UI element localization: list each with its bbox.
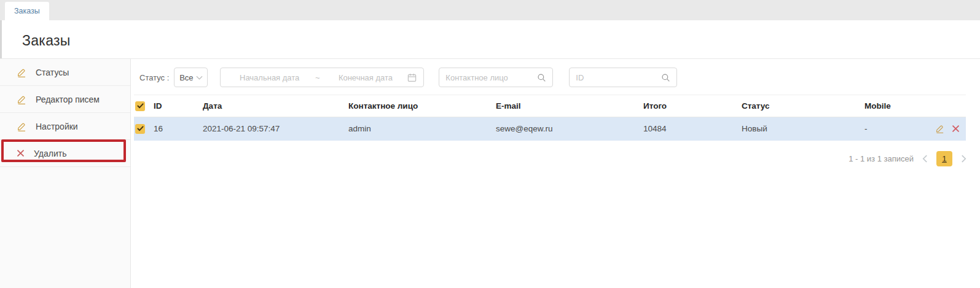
sidebar-item-label: Удалить <box>34 149 66 158</box>
delete-x-icon <box>17 149 25 157</box>
content-area: Статусы Редактор писем Настройки Удалить… <box>0 58 980 288</box>
delete-row-button[interactable] <box>952 125 960 133</box>
start-date-placeholder: Начальная дата <box>227 73 312 82</box>
cell-date: 2021-06-21 09:57:47 <box>202 117 347 141</box>
edit-row-button[interactable] <box>935 124 944 133</box>
column-header-status: Статус <box>740 95 863 117</box>
page-title: Заказы <box>22 33 980 49</box>
orders-table: ID Дата Контактное лицо E-mail Итого Ста… <box>134 95 966 141</box>
column-header-date: Дата <box>202 95 347 117</box>
contact-search-field <box>439 68 553 87</box>
next-page-icon[interactable] <box>961 155 966 163</box>
sidebar-item-delete[interactable]: Удалить <box>0 140 130 167</box>
edit-pencil-icon <box>17 68 26 77</box>
cell-contact: admin <box>347 117 495 141</box>
sidebar-item-statuses[interactable]: Статусы <box>0 59 130 86</box>
column-header-actions <box>931 95 966 117</box>
row-checkbox[interactable] <box>135 124 145 134</box>
edit-pencil-icon <box>17 95 26 104</box>
edit-pencil-icon <box>17 122 26 131</box>
sidebar-item-label: Статусы <box>36 68 69 77</box>
chevron-down-icon <box>196 76 203 80</box>
column-header-contact: Контактное лицо <box>347 95 495 117</box>
main-panel: Статус : Все Начальная дата ~ Конечная д… <box>131 59 980 288</box>
select-all-checkbox[interactable] <box>135 101 145 111</box>
column-header-mobile: Mobile <box>863 95 931 117</box>
table-row[interactable]: 16 2021-06-21 09:57:47 admin sewe@eqew.r… <box>134 117 966 141</box>
sidebar-item-settings[interactable]: Настройки <box>0 113 130 140</box>
end-date-placeholder: Конечная дата <box>324 73 408 82</box>
date-range-separator: ~ <box>312 73 324 82</box>
status-filter-label: Статус : <box>139 73 169 82</box>
filter-bar: Статус : Все Начальная дата ~ Конечная д… <box>134 68 966 87</box>
pagination: 1 - 1 из 1 записей 1 <box>134 151 966 166</box>
cell-email: sewe@eqew.ru <box>495 117 642 141</box>
status-select-value: Все <box>179 73 193 82</box>
cell-total: 10484 <box>642 117 740 141</box>
page-1-button[interactable]: 1 <box>936 151 952 166</box>
pagination-summary: 1 - 1 из 1 записей <box>849 154 914 163</box>
status-select[interactable]: Все <box>174 68 208 87</box>
column-header-email: E-mail <box>495 95 642 117</box>
table-header-row: ID Дата Контактное лицо E-mail Итого Ста… <box>134 95 966 117</box>
tab-orders-label: Заказы <box>14 7 40 15</box>
tab-bar: Заказы <box>0 0 980 20</box>
calendar-icon <box>407 73 417 82</box>
date-range-picker[interactable]: Начальная дата ~ Конечная дата <box>220 68 424 87</box>
column-header-total: Итого <box>642 95 740 117</box>
cell-id: 16 <box>152 117 202 141</box>
row-actions <box>932 124 963 133</box>
cell-mobile: - <box>863 117 931 141</box>
id-search-field <box>569 68 677 87</box>
title-row: Заказы <box>0 20 980 58</box>
sidebar: Статусы Редактор писем Настройки Удалить <box>0 59 131 288</box>
search-icon[interactable] <box>537 73 546 82</box>
sidebar-item-email-editor[interactable]: Редактор писем <box>0 86 130 113</box>
id-search-input[interactable] <box>576 73 661 82</box>
sidebar-item-label: Редактор писем <box>36 95 100 104</box>
column-header-id: ID <box>152 95 202 117</box>
sidebar-item-label: Настройки <box>36 122 78 131</box>
cell-status: Новый <box>740 117 863 141</box>
prev-page-icon[interactable] <box>922 155 928 163</box>
search-icon[interactable] <box>661 73 670 82</box>
contact-search-input[interactable] <box>445 73 537 82</box>
tab-orders[interactable]: Заказы <box>5 2 49 20</box>
